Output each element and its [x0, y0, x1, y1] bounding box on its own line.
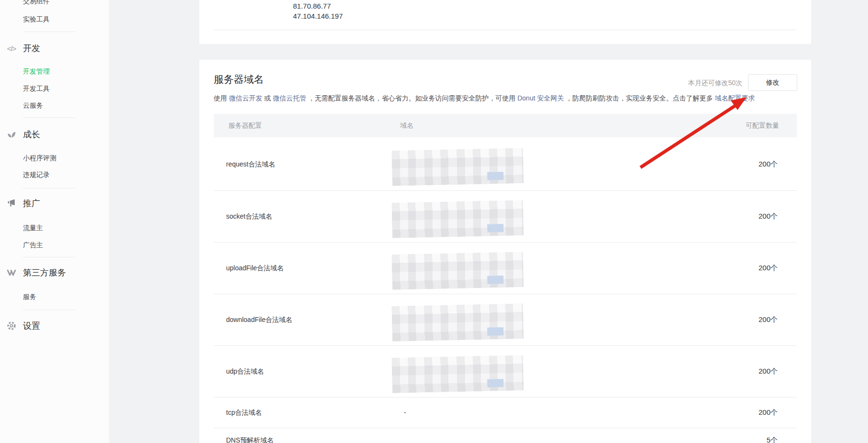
redacted-domain-mosaic	[391, 355, 523, 393]
column-header-domain: 域名	[400, 114, 413, 137]
redacted-domain-mosaic	[391, 148, 523, 186]
ip-address: 81.70.86.77	[293, 1, 343, 11]
sidebar-item-services[interactable]: 服务	[23, 291, 36, 302]
sidebar-item-experiment-tools[interactable]: 实验工具	[23, 14, 50, 24]
row-name: downloadFile合法域名	[226, 315, 293, 324]
third-party-icon	[6, 267, 17, 278]
ip-list: 81.70.86.77 47.104.146.197	[293, 1, 343, 21]
row-divider	[214, 190, 797, 191]
column-header-server-config: 服务器配置	[228, 114, 262, 137]
row-name: udp合法域名	[226, 366, 264, 376]
row-count: 200个	[759, 315, 778, 324]
sidebar-item-miniprogram-evaluation[interactable]: 小程序评测	[23, 153, 56, 163]
row-divider	[214, 345, 797, 346]
row-count: 200个	[759, 408, 778, 417]
sidebar-section-third-party-services[interactable]: 第三方服务	[23, 267, 66, 278]
row-count: 200个	[759, 211, 778, 221]
row-count: 5个	[767, 435, 778, 443]
row-divider	[214, 294, 797, 294]
link-wechat-cloud-hosting[interactable]: 微信云托管	[273, 94, 306, 102]
table-header: 服务器配置 域名 可配置数量	[214, 114, 797, 137]
row-name: uploadFile合法域名	[226, 263, 284, 273]
section-title: 服务器域名	[214, 73, 264, 86]
sidebar-item-dev-tools[interactable]: 开发工具	[23, 83, 50, 94]
row-domain: -	[404, 408, 406, 417]
megaphone-icon	[6, 198, 17, 209]
link-domain-config-requirements[interactable]: 域名配置要求	[715, 94, 755, 102]
link-donut-security-gateway[interactable]: Donut 安全网关	[517, 94, 564, 102]
redacted-domain-mosaic	[391, 200, 523, 238]
sidebar-item-dev-management[interactable]: 开发管理	[23, 66, 50, 77]
sidebar-item-trade-components[interactable]: 交易组件	[23, 0, 50, 6]
row-name: DNS预解析域名	[226, 435, 274, 443]
row-divider	[214, 242, 797, 243]
sidebar-section-settings[interactable]: 设置	[23, 320, 40, 332]
sidebar-item-traffic-owner[interactable]: 流量主	[23, 222, 43, 233]
desc-text: 或	[262, 94, 273, 102]
row-divider	[214, 428, 797, 428]
redacted-domain-mosaic	[391, 252, 523, 290]
sidebar-item-cloud-services[interactable]: 云服务	[23, 100, 43, 111]
modify-button[interactable]: 修改	[748, 74, 797, 91]
sidebar-item-advertiser[interactable]: 广告主	[23, 240, 43, 250]
row-name: request合法域名	[226, 159, 275, 169]
sidebar-divider	[23, 188, 76, 188]
row-name: socket合法域名	[226, 211, 272, 221]
sidebar-section-growth[interactable]: 成长	[23, 129, 40, 140]
ip-whitelist-card: 81.70.86.77 47.104.146.197	[199, 0, 811, 44]
desc-text: 使用	[214, 94, 229, 102]
sidebar-divider	[23, 257, 76, 257]
ip-address: 47.104.146.197	[293, 11, 343, 21]
redacted-domain-mosaic	[391, 303, 523, 342]
column-header-configurable-count: 可配置数量	[746, 114, 779, 137]
section-description: 使用 微信云开发 或 微信云托管 ，无需配置服务器域名，省心省力。如业务访问需要…	[214, 93, 755, 103]
modify-quota-text: 本月还可修改50次	[688, 79, 742, 88]
sidebar-item-violation-records[interactable]: 违规记录	[23, 169, 50, 180]
sidebar-section-promotion[interactable]: 推广	[23, 198, 40, 209]
code-icon: </>	[6, 43, 17, 54]
sidebar-divider	[23, 310, 76, 310]
sidebar: 交易组件 实验工具 </> 开发 开发管理 开发工具 云服务 成长 小程序评测 …	[0, 0, 109, 443]
row-name: tcp合法域名	[226, 408, 262, 417]
sidebar-section-development[interactable]: 开发	[23, 43, 40, 54]
card-divider	[214, 30, 797, 30]
sidebar-divider	[23, 32, 76, 32]
row-divider	[214, 397, 797, 398]
server-domain-card: 服务器域名 本月还可修改50次 修改 使用 微信云开发 或 微信云托管 ，无需配…	[199, 60, 811, 443]
row-count: 200个	[759, 263, 778, 273]
row-count: 200个	[759, 366, 778, 376]
sprout-icon	[6, 129, 17, 140]
gear-icon	[6, 320, 17, 332]
desc-text: ，防爬防刷防攻击，实现业务安全。点击了解更多	[564, 94, 715, 102]
desc-text: ，无需配置服务器域名，省心省力。如业务访问需要安全防护，可使用	[306, 94, 518, 102]
row-count: 200个	[759, 159, 778, 169]
sidebar-divider	[23, 117, 76, 118]
link-wechat-cloud-dev[interactable]: 微信云开发	[229, 94, 262, 102]
